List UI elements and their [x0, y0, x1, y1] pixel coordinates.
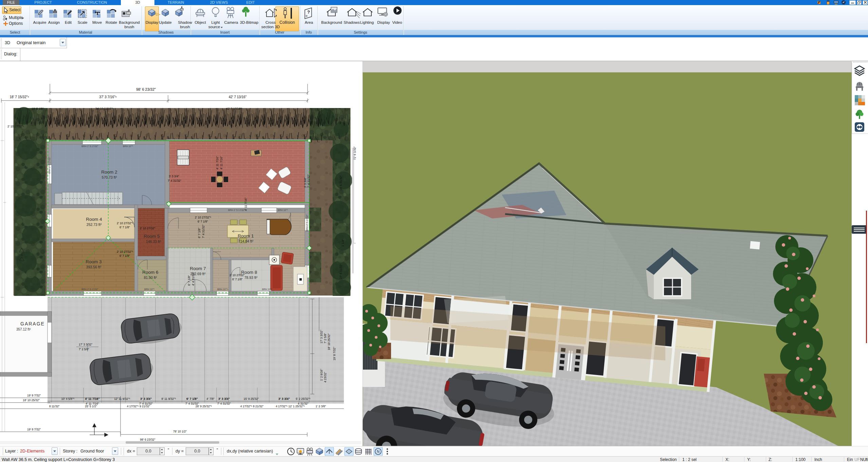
svg-text:19' 5 31/32": 19' 5 31/32" [339, 175, 343, 191]
svg-text:7' 4 31/32": 7' 4 31/32" [202, 225, 205, 238]
svg-text:8' 11 9/32"⁵: 8' 11 9/32"⁵ [162, 397, 176, 401]
svg-text:Room 1: Room 1 [238, 233, 254, 238]
svg-text:8 11/32": 8 11/32" [49, 405, 60, 408]
svg-text:4' 7/8": 4' 7/8" [206, 397, 215, 401]
svg-text:6' 7 1/8": 6' 7 1/8" [198, 228, 201, 238]
svg-text:146.33 ft²: 146.33 ft² [146, 239, 161, 244]
svg-text:6' 7 1/8": 6' 7 1/8" [232, 278, 243, 281]
svg-text:19' 5 1/8": 19' 5 1/8" [32, 107, 43, 110]
svg-text:42' 7 13/16"¹: 42' 7 13/16"¹ [226, 107, 242, 110]
svg-text:12' 11 9/32"⁵: 12' 11 9/32"⁵ [114, 397, 130, 401]
svg-text:Room 3: Room 3 [86, 259, 101, 264]
svg-text:BRH 2' 5 17/32": BRH 2' 5 17/32" [228, 209, 245, 211]
svg-text:27' 5 11/32": 27' 5 11/32" [339, 264, 343, 279]
svg-text:6' 7 1/8": 6' 7 1/8" [198, 220, 208, 223]
svg-text:BRH 10"⁵: BRH 10"⁵ [123, 145, 133, 147]
svg-text:1' 2 9/16": 1' 2 9/16" [320, 369, 323, 381]
svg-text:7' 4 31/32": 7' 4 31/32" [168, 179, 181, 182]
svg-text:28' 9 25/32"⁵: 28' 9 25/32"⁵ [196, 405, 212, 408]
svg-text:18' 7 15/32"⁵: 18' 7 15/32"⁵ [10, 95, 29, 99]
svg-text:19' 8 7/32": 19' 8 7/32" [333, 347, 336, 360]
svg-text:Room 6: Room 6 [142, 270, 158, 275]
svg-text:3' 3 3/4": 3' 3 3/4" [303, 177, 307, 188]
svg-text:3' 3 3/4": 3' 3 3/4" [140, 397, 152, 401]
svg-text:357.12 ft²: 357.12 ft² [16, 327, 31, 331]
svg-text:BRH 10"⁵: BRH 10"⁵ [144, 288, 154, 290]
svg-text:98' 6 23/32": 98' 6 23/32" [140, 438, 155, 441]
svg-text:4' 11 7/16": 4' 11 7/16" [220, 156, 223, 170]
svg-text:A: A [21, 253, 23, 257]
svg-text:4 17/32"⁵ 9 21/32": 4 17/32"⁵ 9 21/32" [127, 405, 150, 408]
svg-text:4 17/32"⁵ 8 21/32": 4 17/32"⁵ 8 21/32" [240, 405, 264, 408]
svg-text:GARAGE: GARAGE [20, 321, 45, 326]
svg-text:6' 7 1/8": 6' 7 1/8" [186, 397, 198, 401]
svg-text:3' 3 3/4": 3' 3 3/4" [169, 175, 179, 178]
svg-text:7' 2 5/8": 7' 2 5/8" [324, 333, 327, 343]
svg-text:BRH 10"⁵: BRH 10"⁵ [278, 209, 288, 211]
svg-text:4 23/32": 4 23/32" [324, 372, 327, 383]
svg-text:4 17/32"⁵ 12' 1 25/32"⁵: 4 17/32"⁵ 12' 1 25/32"⁵ [276, 405, 305, 408]
svg-text:7' 4 31/32": 7' 4 31/32" [217, 402, 231, 405]
svg-text:78' 10 1/2": 78' 10 1/2" [173, 430, 187, 433]
svg-text:81.90 ft²: 81.90 ft² [144, 276, 157, 280]
svg-text:Room 7: Room 7 [190, 266, 206, 271]
svg-text:4' 11 7/16": 4' 11 7/16" [85, 397, 99, 401]
svg-text:714.84 ft²: 714.84 ft² [238, 239, 254, 243]
svg-text:15' 9 25/32": 15' 9 25/32" [244, 397, 259, 401]
svg-text:2 1/4": 2 1/4" [341, 239, 345, 247]
svg-text:393.56 ft²: 393.56 ft² [86, 265, 101, 269]
svg-text:BRH 2' 5 17/32": BRH 2' 5 17/32" [81, 145, 98, 147]
svg-text:7' 4 31/32": 7' 4 31/32" [307, 174, 310, 188]
svg-text:18' 10 25/32": 18' 10 25/32" [23, 398, 40, 402]
svg-text:?: ? [307, 10, 310, 15]
svg-text:N: N [377, 449, 380, 454]
svg-text:2' 10 27/32": 2' 10 27/32" [140, 227, 155, 230]
svg-text:Room 5: Room 5 [144, 234, 160, 239]
svg-text:2' 10 27/32"⁵: 2' 10 27/32"⁵ [7, 125, 24, 128]
svg-text:1' 2 3/8": 1' 2 3/8" [316, 405, 326, 408]
svg-text:25' 5 1/2": 25' 5 1/2" [85, 405, 97, 408]
svg-text:5' 2 25/32"⁵: 5' 2 25/32"⁵ [296, 397, 311, 401]
svg-text:2' 10 27/32"⁵: 2' 10 27/32"⁵ [117, 221, 133, 225]
svg-text:Room 4: Room 4 [86, 217, 102, 222]
svg-text:10' 4 5/8"⁵: 10' 4 5/8"⁵ [61, 397, 75, 401]
svg-text:Room 2: Room 2 [101, 170, 117, 175]
svg-text:4' 11 7/16": 4' 11 7/16" [216, 156, 219, 170]
svg-text:17' 3 3/32": 17' 3 3/32" [79, 343, 92, 346]
svg-text:6' 7 1/8": 6' 7 1/8" [119, 254, 130, 257]
svg-text:19' 8 7/32": 19' 8 7/32" [27, 428, 41, 431]
svg-text:34' 10 11/16"⁵: 34' 10 11/16"⁵ [95, 107, 113, 110]
svg-text:6' 7 1/8": 6' 7 1/8" [187, 275, 191, 286]
svg-text:3' 3 3/4": 3' 3 3/4" [218, 397, 230, 401]
svg-text:BRH 2' 5 17/32": BRH 2' 5 17/32" [81, 288, 98, 290]
svg-text:42' 7 13/16": 42' 7 13/16" [229, 95, 247, 99]
svg-text:BRH 10"⁵¹: BRH 10"⁵¹ [217, 288, 228, 290]
svg-text:37' 3 7/16"⁵: 37' 3 7/16"⁵ [99, 95, 116, 99]
svg-text:252.73 ft²: 252.73 ft² [87, 223, 102, 227]
svg-text:BRH 2' 5 17/32": BRH 2' 5 17/32" [48, 157, 51, 174]
svg-text:2' 10 27/32"⁵: 2' 10 27/32"⁵ [117, 250, 133, 253]
svg-text:98' 6 23/32": 98' 6 23/32" [136, 87, 156, 91]
svg-text:78.93 ft²: 78.93 ft² [244, 276, 258, 280]
svg-text:17' 3 3/32": 17' 3 3/32" [320, 330, 323, 343]
svg-text:6' 7 1/8": 6' 7 1/8" [119, 226, 130, 229]
svg-text:4' 4 31/32": 4' 4 31/32" [191, 272, 195, 286]
svg-text:18' 10 25/32": 18' 10 25/32" [327, 333, 331, 350]
svg-text:2' 10 27/32": 2' 10 27/32" [229, 273, 245, 277]
svg-text:570.73 ft²: 570.73 ft² [102, 175, 117, 179]
svg-text:2' 10 27/32"⁵: 2' 10 27/32"⁵ [195, 216, 211, 219]
svg-text:BRH 2' 5 17/32": BRH 2' 5 17/32" [306, 214, 308, 231]
svg-text:BRH 10"⁵: BRH 10"⁵ [262, 288, 272, 290]
svg-text:19' 8 7/32": 19' 8 7/32" [27, 394, 41, 397]
svg-text:3' 3 3/4": 3' 3 3/4" [278, 397, 290, 401]
